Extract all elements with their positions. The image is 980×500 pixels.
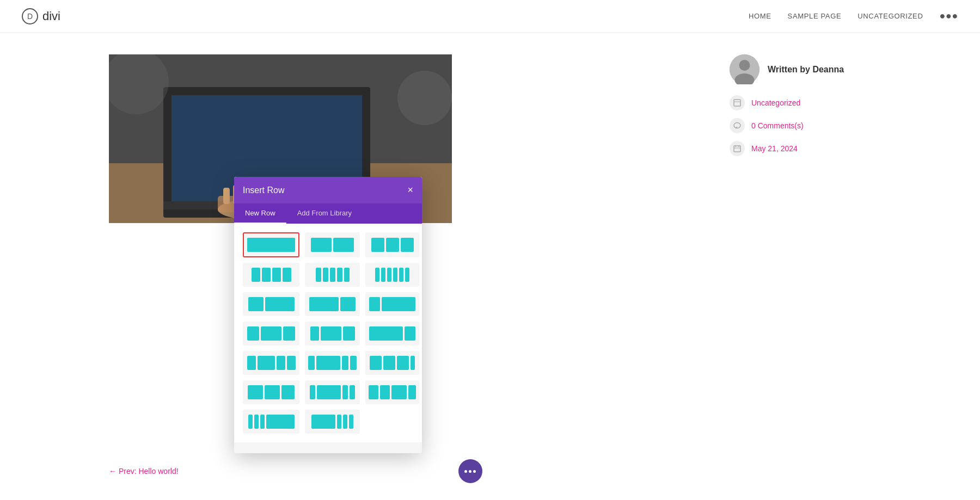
layout-3eq[interactable]: [365, 351, 419, 375]
modal-close-button[interactable]: ×: [407, 184, 413, 196]
layout-wide-narrow[interactable]: [305, 410, 360, 434]
layout-1-2-1[interactable]: [243, 322, 299, 345]
layout-4col[interactable]: [243, 263, 299, 287]
page-wrapper: D divi HOME SAMPLE PAGE UNCATEGORIZED ●●…: [0, 0, 980, 500]
modal-body: [234, 224, 422, 442]
navigation: D divi HOME SAMPLE PAGE UNCATEGORIZED ●●…: [0, 0, 980, 33]
layout-2-1-1[interactable]: [305, 322, 360, 345]
layout-mixed[interactable]: [365, 380, 419, 404]
layout-3col[interactable]: [365, 232, 419, 257]
modal-tabs: New Row Add From Library: [234, 203, 422, 224]
logo-icon: D: [22, 8, 38, 24]
comment-icon: [730, 118, 745, 133]
search-icon[interactable]: ●●●: [939, 10, 958, 22]
layout-wide-thin[interactable]: [305, 380, 360, 404]
sidebar-category: Uncategorized: [730, 95, 871, 110]
layout-4col-v2[interactable]: [305, 263, 360, 287]
layout-2-1[interactable]: [305, 292, 360, 316]
author-name: Written by Deanna: [768, 65, 844, 75]
main-content: Insert Row × New Row Add From Library: [109, 54, 697, 421]
layout-1col[interactable]: [243, 232, 299, 257]
nav-sample-page[interactable]: SAMPLE PAGE: [788, 12, 842, 20]
tab-new-row[interactable]: New Row: [234, 203, 286, 224]
prev-link[interactable]: ← Prev: Hello world!: [109, 467, 179, 476]
svg-point-14: [397, 71, 452, 125]
modal-title: Insert Row: [243, 186, 284, 195]
bottom-nav: ← Prev: Hello world!: [0, 443, 980, 499]
svg-point-16: [739, 60, 750, 71]
floating-dots-button[interactable]: [458, 459, 482, 483]
avatar: [730, 54, 759, 84]
dot-2: [469, 470, 471, 473]
layout-1-3[interactable]: [365, 292, 419, 316]
nav-home[interactable]: HOME: [749, 12, 771, 20]
modal-header: Insert Row ×: [234, 177, 422, 203]
calendar-icon: [730, 141, 745, 156]
svg-rect-21: [734, 146, 740, 152]
layout-grid: [243, 232, 413, 434]
layout-3-1[interactable]: [365, 322, 419, 345]
avatar-icon: [730, 54, 759, 84]
dot-3: [473, 470, 476, 473]
layout-1-2[interactable]: [243, 292, 299, 316]
dot-1: [464, 470, 467, 473]
layout-thin-wide[interactable]: [243, 380, 299, 404]
layout-2col[interactable]: [305, 232, 360, 257]
sidebar-author: Written by Deanna: [730, 54, 871, 84]
nav-links: HOME SAMPLE PAGE UNCATEGORIZED ●●●: [749, 10, 958, 22]
tag-icon: [730, 95, 745, 110]
tab-add-from-library[interactable]: Add From Library: [286, 203, 363, 224]
layout-center[interactable]: [305, 351, 360, 375]
logo-text: divi: [42, 9, 60, 23]
modal-footer: [234, 442, 422, 453]
comments-text: 0 Comments(s): [751, 121, 804, 130]
page-content: Insert Row × New Row Add From Library: [0, 33, 980, 443]
sidebar-comments: 0 Comments(s): [730, 118, 871, 133]
svg-rect-8: [223, 188, 230, 204]
sidebar-date: May 21, 2024: [730, 141, 871, 156]
layout-narrow-wide[interactable]: [243, 410, 299, 434]
category-text: Uncategorized: [751, 98, 800, 107]
layout-6col[interactable]: [365, 263, 419, 287]
date-text: May 21, 2024: [751, 144, 798, 153]
svg-rect-18: [734, 100, 740, 106]
insert-row-modal: Insert Row × New Row Add From Library: [234, 177, 422, 453]
layout-s-m-s[interactable]: [243, 351, 299, 375]
logo[interactable]: D divi: [22, 8, 60, 24]
sidebar: Written by Deanna Uncategorized 0 Commen…: [730, 54, 871, 421]
nav-uncategorized[interactable]: UNCATEGORIZED: [857, 12, 923, 20]
